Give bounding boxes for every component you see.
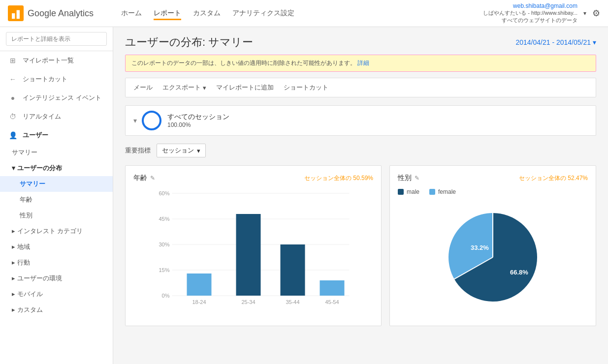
- account-info: web.shibata@gmail.com しばやんすたいる - http://…: [483, 2, 577, 24]
- charts-row: 年齢 ✎ セッション全体の 50.59% 60% 45% 30% 15% 0%: [125, 165, 596, 326]
- sidebar-tree-dist-sum-label: サマリー: [20, 180, 45, 187]
- svg-text:45-54: 45-54: [325, 299, 339, 305]
- arrow-left-icon: ←: [8, 75, 18, 83]
- alert-link[interactable]: 詳細: [357, 60, 369, 66]
- age-bar-chart: 60% 45% 30% 15% 0% 18-24: [133, 188, 373, 316]
- svg-text:35-44: 35-44: [286, 299, 299, 305]
- male-pct-label: 66.8%: [510, 269, 528, 276]
- sidebar-tree-environment-label: ▸ ユーザーの環境: [12, 274, 62, 282]
- toolbar-add-report[interactable]: マイレポートに追加: [216, 83, 274, 92]
- clock-icon: ⏱: [8, 113, 18, 121]
- gender-chart-card: 性別 ✎ セッション全体の 52.47% male female: [389, 165, 596, 326]
- main-nav: ホーム レポート カスタム アナリティクス設定: [121, 7, 483, 20]
- sidebar-tree-region-label: ▸ 地域: [12, 243, 30, 250]
- age-chart-header: 年齢 ✎ セッション全体の 50.59%: [133, 174, 373, 182]
- segment-circle: [142, 111, 161, 130]
- toolbar-export-arrow-icon: ▾: [203, 84, 206, 91]
- svg-text:15%: 15%: [159, 267, 169, 273]
- sidebar-search: [0, 27, 113, 51]
- metric-value: セッション: [162, 146, 194, 155]
- gear-icon[interactable]: ⚙: [592, 8, 600, 19]
- layout: ⊞ マイレポート一覧 ← ショートカット ● インテリジェンス イベント ⏱ リ…: [0, 27, 608, 364]
- account-sub: すべてのウェブサイトのデータ: [483, 17, 577, 24]
- bulb-icon: ●: [8, 94, 18, 102]
- bar-35-44: [281, 244, 305, 296]
- date-range-picker[interactable]: 2014/04/21 - 2014/05/21 ▾: [515, 38, 596, 46]
- gender-chart-edit-icon[interactable]: ✎: [415, 175, 419, 182]
- sidebar-tree-behavior-label: ▸ 行動: [12, 259, 30, 266]
- toolbar-export[interactable]: エクスポート ▾: [162, 83, 206, 92]
- segment-expand-icon[interactable]: ▾: [133, 117, 137, 124]
- sidebar-tree-age[interactable]: 年齢: [0, 192, 113, 208]
- nav-home[interactable]: ホーム: [121, 7, 142, 20]
- date-range-dropdown-icon: ▾: [593, 38, 596, 46]
- legend-male: male: [398, 188, 419, 195]
- sidebar-tree-user-distribution[interactable]: ▾ ユーザーの分布: [0, 160, 113, 176]
- sidebar-tree-environment[interactable]: ▸ ユーザーの環境: [0, 271, 113, 286]
- nav-custom[interactable]: カスタム: [193, 7, 221, 20]
- sidebar-item-shortcuts[interactable]: ← ショートカット: [0, 70, 113, 89]
- sidebar-tree-mobile[interactable]: ▸ モバイル: [0, 286, 113, 302]
- age-chart-title-text: 年齢: [133, 174, 147, 182]
- sidebar-item-users-label: ユーザー: [23, 131, 48, 140]
- toolbar: メール エクスポート ▾ マイレポートに追加 ショートカット: [125, 78, 596, 97]
- legend-male-label: male: [407, 188, 419, 195]
- svg-text:60%: 60%: [159, 190, 169, 196]
- svg-text:0%: 0%: [162, 293, 170, 299]
- svg-text:45%: 45%: [159, 216, 169, 222]
- bar-45-54: [320, 280, 345, 296]
- gender-chart-subtitle: セッション全体の 52.47%: [519, 174, 588, 182]
- age-chart-card: 年齢 ✎ セッション全体の 50.59% 60% 45% 30% 15% 0%: [125, 165, 382, 326]
- page-title: ユーザーの分布: サマリー: [125, 35, 253, 50]
- sidebar-item-intelligence[interactable]: ● インテリジェンス イベント: [0, 89, 113, 107]
- svg-text:25-34: 25-34: [241, 299, 255, 305]
- segment-name: すべてのセッション: [167, 113, 229, 121]
- sidebar-tree-custom[interactable]: ▸ カスタム: [0, 302, 113, 318]
- metric-select[interactable]: セッション ▾: [157, 144, 206, 157]
- age-chart-edit-icon[interactable]: ✎: [150, 175, 155, 182]
- toolbar-mail[interactable]: メール: [133, 83, 153, 92]
- search-input[interactable]: [6, 32, 107, 46]
- legend-female-label: female: [438, 188, 456, 195]
- sidebar-item-realtime[interactable]: ⏱ リアルタイム: [0, 107, 113, 126]
- date-range-text: 2014/04/21 - 2014/05/21: [515, 38, 591, 46]
- gender-chart-header: 性別 ✎ セッション全体の 52.47%: [398, 174, 588, 182]
- sidebar-item-my-reports[interactable]: ⊞ マイレポート一覧: [0, 51, 113, 70]
- segment-pct: 100.00%: [167, 121, 229, 128]
- header-right: web.shibata@gmail.com しばやんすたいる - http://…: [483, 2, 600, 24]
- alert-banner: このレポートのデータの一部は、しきい値の適用時に削除された可能性があります。 詳…: [125, 55, 596, 72]
- alert-text: このレポートのデータの一部は、しきい値の適用時に削除された可能性があります。: [131, 60, 356, 66]
- account-email[interactable]: web.shibata@gmail.com: [483, 2, 577, 9]
- bar-18-24: [187, 273, 212, 296]
- sidebar-tree-interest[interactable]: ▸ インタレスト カテゴリ: [0, 223, 113, 239]
- sidebar-tree-behavior[interactable]: ▸ 行動: [0, 255, 113, 271]
- gender-chart-title: 性別 ✎: [398, 174, 419, 182]
- segment-info: すべてのセッション 100.00%: [167, 113, 229, 128]
- header: Google Analytics ホーム レポート カスタム アナリティクス設定…: [0, 0, 608, 27]
- sidebar-tree-custom-label: ▸ カスタム: [12, 306, 43, 313]
- ga-logo-icon: [8, 5, 24, 21]
- gender-chart-title-text: 性別: [398, 174, 412, 182]
- sidebar-tree-interest-label: ▸ インタレスト カテゴリ: [12, 227, 83, 235]
- age-chart-subtitle: セッション全体の 50.59%: [304, 174, 373, 182]
- sidebar-item-shortcuts-label: ショートカット: [23, 75, 67, 84]
- sidebar-nav: ⊞ マイレポート一覧 ← ショートカット ● インテリジェンス イベント ⏱ リ…: [0, 51, 113, 145]
- users-icon: 👤: [8, 131, 18, 139]
- sidebar-item-intelligence-label: インテリジェンス イベント: [23, 93, 101, 102]
- toolbar-shortcut[interactable]: ショートカット: [284, 83, 328, 92]
- svg-rect-1: [12, 13, 15, 19]
- sidebar-tree-distribution-summary[interactable]: サマリー: [0, 176, 113, 192]
- nav-analytics-settings[interactable]: アナリティクス設定: [232, 7, 294, 20]
- sidebar-tree-gender[interactable]: 性別: [0, 208, 113, 223]
- svg-rect-0: [8, 5, 24, 21]
- sidebar-tree-region[interactable]: ▸ 地域: [0, 239, 113, 255]
- account-dropdown-icon[interactable]: ▾: [583, 10, 586, 17]
- svg-rect-2: [17, 10, 20, 19]
- sidebar-item-users[interactable]: 👤 ユーザー: [0, 126, 113, 145]
- sidebar-tree-summary[interactable]: サマリー: [0, 145, 113, 160]
- logo-text: Google Analytics: [28, 8, 94, 19]
- sidebar-tree-age-label: 年齢: [20, 196, 32, 203]
- svg-text:18-24: 18-24: [192, 299, 206, 305]
- logo-area: Google Analytics: [8, 5, 121, 21]
- nav-reports[interactable]: レポート: [154, 7, 181, 20]
